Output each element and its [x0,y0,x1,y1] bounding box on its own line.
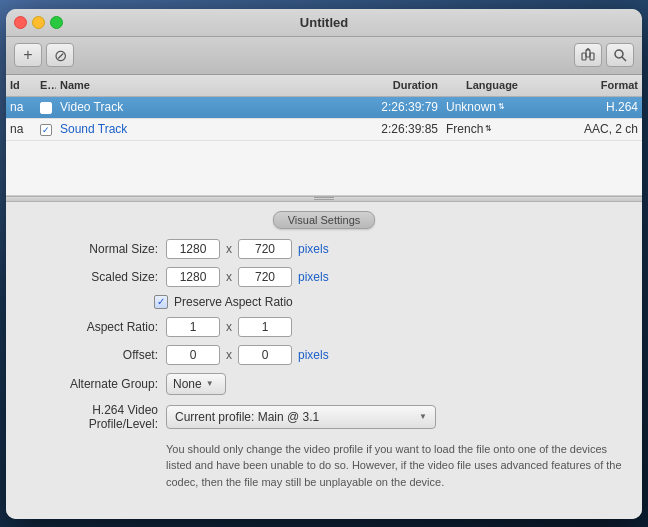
x-separator-2: x [226,270,232,284]
share-icon [581,48,595,62]
aspect-x-input[interactable] [166,317,220,337]
minimize-button[interactable] [32,16,45,29]
offset-x-input[interactable] [166,345,220,365]
section-header: Visual Settings [6,202,642,235]
offset-row: Offset: x pixels [6,341,642,369]
maximize-button[interactable] [50,16,63,29]
language-selector-1[interactable]: Unknown ⇅ [446,100,538,114]
toolbar-right [574,43,634,67]
search-button[interactable] [606,43,634,67]
window-title: Untitled [300,15,348,30]
col-id: Id [6,79,36,91]
scaled-size-field: x pixels [166,267,329,287]
share-button[interactable] [574,43,602,67]
normal-size-row: Normal Size: x pixels [6,235,642,263]
x-separator-3: x [226,320,232,334]
profile-row: H.264 Video Profile/Level: Current profi… [6,399,642,435]
svg-line-4 [622,57,626,61]
alt-group-field: None ▼ [166,373,226,395]
app-window: Untitled + ⊘ [6,9,642,519]
scaled-pixels-label: pixels [298,270,329,284]
settings-panel: Visual Settings Normal Size: x pixels Sc… [6,202,642,519]
profile-dropdown-arrow: ▼ [419,412,427,421]
normal-height-input[interactable] [238,239,292,259]
resize-handle [314,197,334,200]
cell-language-2: French ⇅ [442,122,542,136]
cell-duration-2: 2:26:39:85 [322,122,442,136]
table-header: Id E… Name Duration Language Format [6,75,642,97]
checkbox-1[interactable]: ✓ [40,102,52,114]
cell-duration-1: 2:26:39:79 [322,100,442,114]
offset-pixels-label: pixels [298,348,329,362]
aspect-ratio-label: Aspect Ratio: [26,320,166,334]
language-selector-2[interactable]: French ⇅ [446,122,538,136]
preserve-ratio-row: ✓ Preserve Aspect Ratio [6,291,642,313]
aspect-y-input[interactable] [238,317,292,337]
normal-size-field: x pixels [166,239,329,259]
scaled-size-label: Scaled Size: [26,270,166,284]
scaled-width-input[interactable] [166,267,220,287]
col-format: Format [542,79,642,91]
cell-format-1: H.264 [542,100,642,114]
col-name: Name [56,79,322,91]
offset-label: Offset: [26,348,166,362]
magnify-icon [613,48,627,62]
profile-label: H.264 Video Profile/Level: [26,403,166,431]
language-arrows-2: ⇅ [485,125,492,133]
cell-name-1: Video Track [56,100,322,114]
cell-name-2: Sound Track [56,122,322,136]
svg-rect-2 [586,50,590,57]
normal-pixels-label: pixels [298,242,329,256]
svg-point-3 [615,50,623,58]
preserve-field: ✓ Preserve Aspect Ratio [154,295,293,309]
table-empty-area [6,141,642,196]
traffic-lights [14,16,63,29]
aspect-ratio-row: Aspect Ratio: x [6,313,642,341]
table-row[interactable]: na ✓ Video Track 2:26:39:79 Unknown ⇅ H.… [6,97,642,119]
titlebar: Untitled [6,9,642,37]
cell-format-2: AAC, 2 ch [542,122,642,136]
table-body: na ✓ Video Track 2:26:39:79 Unknown ⇅ H.… [6,97,642,141]
preserve-checkbox[interactable]: ✓ [154,295,168,309]
offset-y-input[interactable] [238,345,292,365]
cell-enabled-2[interactable]: ✓ [36,122,56,136]
col-language: Language [442,79,542,91]
x-separator-4: x [226,348,232,362]
alt-group-label: Alternate Group: [26,377,166,391]
profile-dropdown[interactable]: Current profile: Main @ 3.1 ▼ [166,405,436,429]
dropdown-arrow: ▼ [206,379,214,388]
cell-id-1: na [6,100,36,114]
cell-enabled-1[interactable]: ✓ [36,100,56,114]
cell-language-1: Unknown ⇅ [442,100,542,114]
section-label: Visual Settings [273,211,376,229]
alt-group-row: Alternate Group: None ▼ [6,369,642,399]
toolbar: + ⊘ [6,37,642,75]
language-arrows-1: ⇅ [498,103,505,111]
scaled-size-row: Scaled Size: x pixels [6,263,642,291]
checkbox-2[interactable]: ✓ [40,124,52,136]
x-separator-1: x [226,242,232,256]
scaled-height-input[interactable] [238,267,292,287]
col-enabled: E… [36,79,56,91]
col-duration: Duration [322,79,442,91]
preserve-label: Preserve Aspect Ratio [174,295,293,309]
disable-button[interactable]: ⊘ [46,43,74,67]
offset-field: x pixels [166,345,329,365]
table-row[interactable]: na ✓ Sound Track 2:26:39:85 French ⇅ AAC… [6,119,642,141]
info-text: You should only change the video profile… [6,435,642,491]
cell-id-2: na [6,122,36,136]
normal-size-label: Normal Size: [26,242,166,256]
alt-group-dropdown[interactable]: None ▼ [166,373,226,395]
normal-width-input[interactable] [166,239,220,259]
close-button[interactable] [14,16,27,29]
add-button[interactable]: + [14,43,42,67]
aspect-ratio-field: x [166,317,292,337]
profile-field: Current profile: Main @ 3.1 ▼ [166,405,436,429]
